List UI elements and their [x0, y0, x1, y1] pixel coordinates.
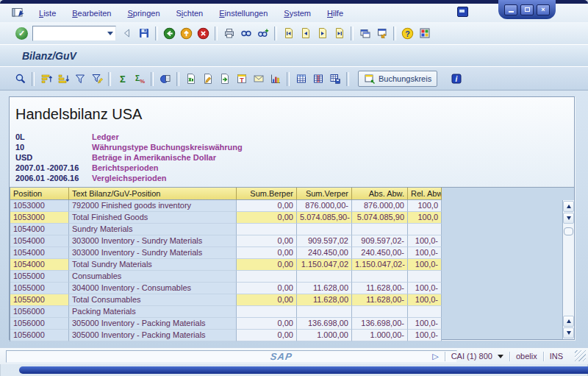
print-button[interactable] — [220, 25, 237, 42]
export-file-button[interactable] — [216, 71, 233, 88]
list-area: PositionText Bilanz/GuV-PositionSum.Berp… — [10, 187, 574, 339]
insert-mode-field[interactable]: INS — [550, 352, 563, 361]
first-page-button[interactable] — [280, 25, 297, 42]
close-button[interactable]: × — [537, 4, 550, 15]
column-select-button[interactable] — [309, 71, 326, 88]
back-button[interactable] — [161, 25, 178, 42]
menu-springen[interactable]: Springen — [119, 7, 168, 19]
column-header[interactable]: Text Bilanz/GuV-Position — [69, 188, 237, 200]
command-input[interactable] — [33, 28, 105, 39]
help-button[interactable]: ? — [399, 25, 416, 42]
minimize-button[interactable] — [504, 4, 517, 15]
subtotal-button[interactable]: Σ % — [131, 71, 148, 88]
screen-menu-icon[interactable] — [12, 7, 25, 18]
find-button[interactable] — [237, 25, 254, 42]
new-session-button[interactable] — [356, 25, 373, 42]
column-header[interactable]: Rel. Abw. — [408, 188, 442, 200]
word-processing-button[interactable] — [199, 71, 216, 88]
excel-export-button[interactable] — [182, 71, 199, 88]
table-row[interactable]: 1055000Total Consumables0,0011.628,0011.… — [10, 294, 442, 306]
scroll-up-bottom-button[interactable] — [563, 316, 574, 327]
total-button[interactable]: Σ — [114, 71, 131, 88]
scroll-down-button[interactable] — [563, 213, 574, 224]
exit-button[interactable] — [178, 25, 195, 42]
previous-page-button[interactable] — [297, 25, 314, 42]
table-row[interactable]: 1056000305000 Inventory - Packing Materi… — [10, 330, 442, 341]
collapse-command-button[interactable] — [118, 25, 135, 42]
cell-value: 100,0 — [408, 200, 442, 212]
scroll-up-button[interactable] — [563, 201, 574, 212]
filter-button[interactable] — [71, 71, 88, 88]
table-row[interactable]: 1055000304000 Inventory - Consumables0,0… — [10, 283, 442, 294]
cell-value: 100,0- — [408, 247, 442, 259]
scrollbar-thumb[interactable] — [564, 227, 573, 235]
find-next-button[interactable] — [254, 25, 271, 42]
system-dropdown-icon[interactable] — [498, 355, 503, 358]
maximize-button[interactable] — [520, 4, 534, 15]
menu-sichten[interactable]: Sichten — [168, 7, 212, 19]
table-row[interactable]: 1056000305000 Inventory - Packing Materi… — [10, 318, 442, 330]
cell-value: 100,0- — [408, 283, 442, 294]
command-field[interactable] — [32, 26, 116, 41]
cell-position: 1055000 — [10, 294, 69, 306]
buchungskreis-button[interactable]: Buchungskreis — [358, 71, 437, 87]
next-page-button[interactable] — [314, 25, 331, 42]
toolbar-separator — [108, 72, 111, 86]
last-page-button[interactable] — [331, 25, 348, 42]
send-mail-button[interactable] — [250, 71, 267, 88]
info-value: 0L — [15, 132, 92, 142]
cell-value: 0,00 — [237, 294, 297, 306]
table-row[interactable]: 1053000Total Finished Goods0,005.074.085… — [10, 212, 442, 224]
enter-check-icon: ✓ — [15, 27, 28, 40]
vertical-scrollbar[interactable] — [562, 200, 574, 339]
status-message-field[interactable] — [6, 350, 457, 363]
table-row[interactable]: 1056000Packing Materials — [10, 306, 442, 318]
column-header[interactable]: Sum.Berper — [237, 188, 297, 200]
info-value: 10 — [15, 142, 92, 152]
menu-liste[interactable]: Liste — [31, 7, 64, 19]
menu-einstellungen[interactable]: Einstellungen — [211, 7, 276, 19]
cell-text: Packing Materials — [69, 306, 237, 318]
export-arrow-icon — [219, 73, 231, 85]
sigma-icon: Σ — [117, 73, 129, 85]
table-row[interactable]: 1055000Consumables — [10, 271, 442, 283]
cell-value: 1.150.047,02- — [352, 259, 408, 271]
sort-ascending-button[interactable] — [37, 71, 54, 88]
set-filter-button[interactable] — [88, 71, 105, 88]
column-header[interactable]: Sum.Verper — [297, 188, 352, 200]
menu-system[interactable]: System — [276, 7, 319, 19]
sort-descending-button[interactable] — [54, 71, 71, 88]
customize-layout-button[interactable] — [416, 25, 433, 42]
save-button[interactable] — [135, 25, 152, 42]
save-layout-button[interactable] — [326, 71, 343, 88]
grid-column-icon — [312, 73, 324, 85]
column-header[interactable]: Abs. Abw. — [352, 188, 408, 200]
grid-view-button[interactable] — [293, 71, 309, 88]
menu-hilfe[interactable]: Hilfe — [319, 7, 351, 19]
status-expand-icon[interactable]: ▷ — [432, 352, 438, 361]
scroll-down-bottom-button[interactable] — [563, 327, 574, 338]
status-separator — [543, 352, 544, 361]
menu-bearbeiten[interactable]: Bearbeiten — [64, 7, 119, 19]
table-row[interactable]: 1054000303000 Inventory - Sundry Materia… — [10, 235, 442, 247]
svg-text:?: ? — [405, 29, 409, 38]
table-row[interactable]: 1053000792000 Finished goods inventory0,… — [10, 200, 442, 212]
text-view-button[interactable]: T — [233, 71, 250, 88]
cell-value: 0,00 — [237, 235, 297, 247]
table-row[interactable]: 1054000Total Sundry Materials0,001.150.0… — [10, 259, 442, 271]
column-header[interactable]: Position — [10, 188, 69, 200]
system-field[interactable]: CAI (1) 800 — [451, 352, 492, 361]
graphic-button[interactable] — [267, 71, 284, 88]
resize-grip[interactable] — [575, 350, 586, 361]
enter-button[interactable]: ✓ — [13, 25, 30, 42]
toolbar-separator — [346, 72, 349, 86]
detail-view-button[interactable] — [157, 71, 173, 88]
table-row[interactable]: 1054000Sundry Materials — [10, 224, 442, 235]
info-button[interactable]: i — [448, 71, 465, 88]
help-question-icon: ? — [401, 27, 414, 40]
choose-detail-button[interactable] — [12, 71, 29, 88]
table-row[interactable]: 1054000303000 Inventory - Sundry Materia… — [10, 247, 442, 259]
create-shortcut-button[interactable] — [373, 25, 390, 42]
cancel-button[interactable] — [195, 25, 212, 42]
command-dropdown-button[interactable] — [105, 27, 115, 40]
